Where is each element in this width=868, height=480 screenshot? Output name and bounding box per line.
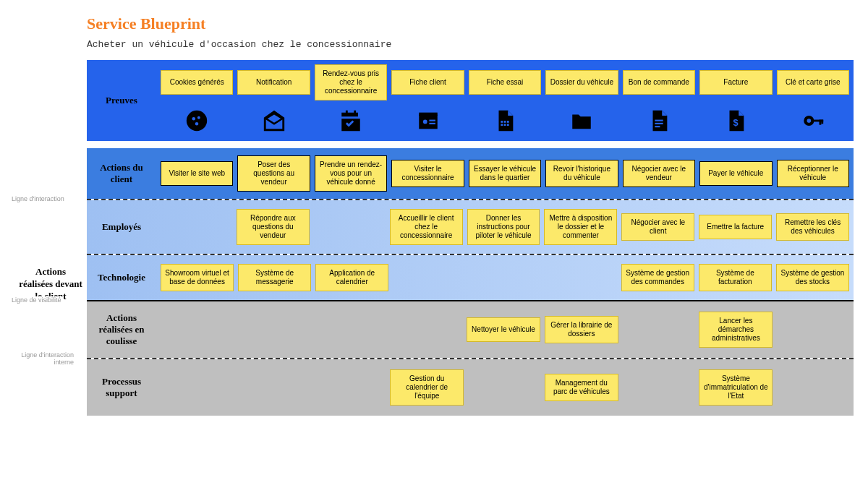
lane-employees: Employés Répondre aux questions du vende… xyxy=(87,200,854,254)
folder-icon xyxy=(545,108,618,134)
employee-action-card: Mettre à disposition le dossier et le co… xyxy=(544,209,617,245)
evidence-row: Cookies générés Notification Rendez-vous… xyxy=(156,60,854,105)
empty-slot xyxy=(237,317,310,342)
customer-action-card: Visiter le site web xyxy=(161,161,233,186)
lane-evidence: Preuves Cookies générés Notification Ren… xyxy=(87,60,854,141)
support-card: Gestion du calendrier de l'équipe xyxy=(390,369,464,406)
lane-label-evidence: Preuves xyxy=(87,60,156,141)
support-row: Gestion du calendrier de l'équipe Manage… xyxy=(156,359,854,416)
customer-action-card: Réceptionner le véhicule xyxy=(777,160,849,187)
empty-slot xyxy=(777,317,849,342)
svg-rect-10 xyxy=(507,121,509,123)
lane-label-backstage: Actions réalisées en coulisse xyxy=(87,301,156,358)
svg-rect-9 xyxy=(504,121,506,123)
divider-label-internal: Ligne d'interaction interne xyxy=(10,352,75,367)
technology-card: Système de messagerie xyxy=(238,264,311,291)
svg-text:$: $ xyxy=(733,117,739,128)
empty-slot xyxy=(393,265,464,290)
customer-action-card: Revoir l'historique du véhicule xyxy=(545,160,618,187)
evidence-card: Rendez-vous pris chez le concessionnaire xyxy=(315,64,387,100)
lane-backstage: Actions réalisées en coulisse Nettoyer l… xyxy=(87,301,854,358)
svg-point-19 xyxy=(807,119,811,123)
customer-action-card: Essayer le véhicule dans le quartier xyxy=(469,160,541,187)
employee-action-card: Emettre la facture xyxy=(699,215,772,239)
cookie-icon xyxy=(161,108,233,134)
customer-action-card: Payer le véhicule xyxy=(699,161,772,186)
empty-slot xyxy=(237,375,310,400)
svg-point-2 xyxy=(197,116,200,119)
technology-row: Showroom virtuel et base de données Syst… xyxy=(156,255,854,300)
evidence-card: Fiche client xyxy=(391,70,464,95)
svg-rect-12 xyxy=(504,124,506,126)
backstage-card: Lancer les démarches administratives xyxy=(699,312,773,348)
technology-card: Système de facturation xyxy=(699,264,772,291)
svg-rect-14 xyxy=(655,120,663,121)
customer-row: Visiter le site web Poser des questions … xyxy=(156,148,854,199)
customer-action-card: Prendre un rendez-vous pour un véhicule … xyxy=(315,155,387,192)
svg-rect-7 xyxy=(429,123,435,124)
svg-rect-15 xyxy=(655,123,663,124)
empty-slot xyxy=(777,375,849,400)
evidence-card: Facture xyxy=(699,70,772,95)
employee-action-card: Remettre les clés des véhicules xyxy=(776,213,849,241)
evidence-card: Notification xyxy=(237,70,310,95)
lane-label-employees: Employés xyxy=(87,200,156,254)
empty-slot xyxy=(623,375,695,400)
lane-support: Processus support Gestion du calendrier … xyxy=(87,359,854,416)
backstage-row: Nettoyer le véhicule Gérer la librairie … xyxy=(156,301,854,358)
empty-slot xyxy=(314,317,386,342)
empty-slot xyxy=(161,317,233,342)
lane-customer: Actions du client Visiter le site web Po… xyxy=(87,148,854,199)
employees-row: Répondre aux questions du vendeur Accuei… xyxy=(156,200,854,254)
empty-slot xyxy=(545,265,617,290)
divider-label-visibility: Ligne de visibilité xyxy=(10,296,63,304)
evidence-icons-row: $ xyxy=(156,105,854,141)
empty-slot xyxy=(623,317,695,342)
support-card: Management du parc de véhicules xyxy=(545,374,618,401)
customer-action-card: Visiter le concessionnaire xyxy=(391,160,464,187)
technology-card: Système de gestion des commandes xyxy=(621,264,694,291)
calendar-check-icon xyxy=(315,108,387,134)
technology-card: Application de calendrier xyxy=(315,264,388,291)
employee-action-card: Accueillir le client chez le concessionn… xyxy=(390,209,463,245)
empty-slot xyxy=(468,375,540,400)
svg-rect-16 xyxy=(655,126,660,127)
document-icon xyxy=(623,108,695,134)
svg-rect-22 xyxy=(821,120,823,124)
envelope-icon xyxy=(237,108,310,134)
employee-action-card: Répondre aux questions du vendeur xyxy=(237,209,310,245)
empty-slot xyxy=(469,265,540,290)
diagram-subtitle: Acheter un véhicule d'occasion chez le c… xyxy=(87,39,854,50)
blueprint-canvas: Service Blueprint Acheter un véhicule d'… xyxy=(87,14,854,416)
svg-point-5 xyxy=(422,120,427,124)
svg-rect-13 xyxy=(507,124,509,126)
evidence-card: Dossier du véhicule xyxy=(545,70,618,95)
svg-point-3 xyxy=(195,122,199,126)
svg-rect-21 xyxy=(819,120,821,125)
employee-action-card: Donner les instructions pour piloter le … xyxy=(467,209,540,245)
svg-rect-4 xyxy=(419,113,438,116)
key-icon xyxy=(777,108,849,134)
empty-slot xyxy=(161,215,232,239)
lane-technology: Technologie Showroom virtuel et base de … xyxy=(87,255,854,300)
customer-action-card: Poser des questions au vendeur xyxy=(237,155,310,192)
svg-rect-6 xyxy=(429,120,435,121)
backstage-card: Gérer la librairie de dossiers xyxy=(545,316,618,343)
divider-label-interaction: Ligne d'interaction xyxy=(10,195,66,202)
file-grid-icon xyxy=(469,108,541,134)
empty-slot xyxy=(314,375,386,400)
svg-point-0 xyxy=(187,111,207,131)
lane-label-support: Processus support xyxy=(87,359,156,416)
empty-slot xyxy=(161,375,233,400)
invoice-icon: $ xyxy=(699,108,772,134)
svg-rect-11 xyxy=(501,124,503,126)
technology-card: Système de gestion des stocks xyxy=(776,264,849,291)
evidence-card: Bon de commande xyxy=(623,70,695,95)
evidence-card: Clé et carte grise xyxy=(777,70,849,95)
diagram-title: Service Blueprint xyxy=(87,14,854,33)
evidence-card: Cookies générés xyxy=(161,70,233,95)
empty-slot xyxy=(390,317,462,342)
backstage-card: Nettoyer le véhicule xyxy=(467,317,540,342)
evidence-card: Fiche essai xyxy=(469,70,541,95)
lane-label-customer: Actions du client xyxy=(87,148,156,199)
